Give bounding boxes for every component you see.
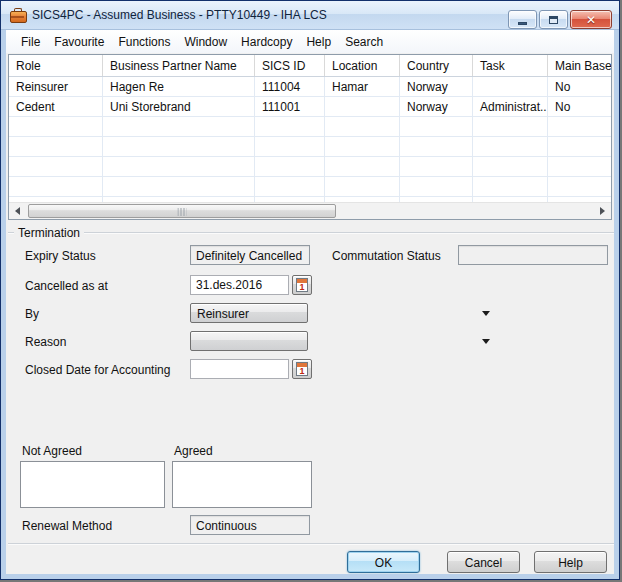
termination-group-label: Termination: [14, 226, 84, 240]
cell-name[interactable]: Hagen Re: [103, 77, 255, 96]
agreed-label: Agreed: [174, 444, 213, 458]
cell-country[interactable]: Norway: [400, 97, 473, 116]
closed-date-calendar-button[interactable]: 1: [292, 359, 312, 379]
maximize-icon: [549, 16, 558, 24]
menu-help[interactable]: Help: [299, 32, 338, 52]
close-button[interactable]: ✕: [570, 10, 612, 29]
col-header-business-partner-name[interactable]: Business Partner Name: [103, 55, 255, 76]
reason-dropdown[interactable]: [190, 331, 308, 351]
empty-row: [9, 137, 611, 157]
calendar-icon: 1: [296, 362, 308, 376]
scrollbar-grip-icon: [178, 208, 187, 216]
col-header-main-base[interactable]: Main Base: [548, 55, 611, 76]
agreed-listbox[interactable]: [172, 461, 312, 508]
closed-date-for-accounting-input[interactable]: [190, 359, 289, 379]
menu-search[interactable]: Search: [338, 32, 390, 52]
scrollbar-thumb[interactable]: [28, 204, 336, 218]
by-dropdown[interactable]: Reinsurer: [190, 303, 308, 323]
cancelled-as-at-calendar-button[interactable]: 1: [292, 275, 312, 295]
menu-functions[interactable]: Functions: [111, 32, 177, 52]
cell-task[interactable]: Administrat...: [473, 97, 548, 116]
renewal-method-field: Continuous: [190, 515, 310, 535]
cell-main-base[interactable]: No: [548, 97, 611, 116]
scroll-left-arrow-icon[interactable]: [9, 203, 26, 219]
cell-location[interactable]: Hamar: [325, 77, 400, 96]
commutation-status-label: Commutation Status: [332, 249, 441, 263]
menu-window[interactable]: Window: [177, 32, 234, 52]
chevron-down-icon: [482, 339, 490, 344]
ok-button[interactable]: OK: [347, 551, 420, 573]
partner-table: Role Business Partner Name SICS ID Locat…: [8, 54, 612, 220]
minimize-icon: [518, 22, 527, 25]
termination-group-border: [8, 232, 614, 233]
col-header-location[interactable]: Location: [325, 55, 400, 76]
briefcase-app-icon: [10, 8, 27, 23]
footer-separator: [8, 543, 614, 544]
expiry-status-label: Expiry Status: [25, 249, 96, 263]
maximize-button[interactable]: [539, 10, 568, 29]
scroll-right-arrow-icon[interactable]: [594, 203, 611, 219]
cell-sics-id[interactable]: 111001: [255, 97, 325, 116]
client-area: File Favourite Functions Window Hardcopy…: [6, 30, 614, 574]
col-header-country[interactable]: Country: [400, 55, 473, 76]
calendar-icon: 1: [296, 278, 308, 292]
cell-country[interactable]: Norway: [400, 77, 473, 96]
empty-row: [9, 117, 611, 137]
horizontal-scrollbar[interactable]: [9, 202, 611, 219]
cell-role[interactable]: Reinsurer: [9, 77, 103, 96]
cell-main-base[interactable]: No: [548, 77, 611, 96]
col-header-sics-id[interactable]: SICS ID: [255, 55, 325, 76]
reason-label: Reason: [25, 335, 66, 349]
cancelled-as-at-label: Cancelled as at: [25, 279, 108, 293]
not-agreed-label: Not Agreed: [22, 444, 82, 458]
table-row[interactable]: Reinsurer Hagen Re 111004 Hamar Norway N…: [9, 77, 611, 97]
col-header-role[interactable]: Role: [9, 55, 103, 76]
caption-buttons: ✕: [508, 10, 612, 29]
chevron-down-icon: [482, 311, 490, 316]
cell-task[interactable]: [473, 77, 548, 96]
table-header-row: Role Business Partner Name SICS ID Locat…: [9, 55, 611, 77]
close-icon: ✕: [586, 14, 596, 26]
expiry-status-field: Definitely Cancelled: [190, 245, 310, 265]
minimize-button[interactable]: [508, 10, 537, 29]
table-body: Reinsurer Hagen Re 111004 Hamar Norway N…: [9, 77, 611, 202]
closed-date-for-accounting-label: Closed Date for Accounting: [25, 363, 170, 377]
empty-row: [9, 157, 611, 177]
titlebar[interactable]: SICS4PC - Assumed Business - PTTY10449 -…: [1, 1, 619, 30]
menu-bar: File Favourite Functions Window Hardcopy…: [6, 30, 614, 53]
cell-role[interactable]: Cedent: [9, 97, 103, 116]
table-row[interactable]: Cedent Uni Storebrand 111001 Norway Admi…: [9, 97, 611, 117]
menu-hardcopy[interactable]: Hardcopy: [234, 32, 299, 52]
col-header-task[interactable]: Task: [473, 55, 548, 76]
help-button[interactable]: Help: [534, 551, 607, 573]
cancel-button[interactable]: Cancel: [447, 551, 520, 573]
cell-location[interactable]: [325, 97, 400, 116]
app-window: SICS4PC - Assumed Business - PTTY10449 -…: [0, 0, 620, 580]
cell-sics-id[interactable]: 111004: [255, 77, 325, 96]
menu-favourite[interactable]: Favourite: [47, 32, 111, 52]
renewal-method-label: Renewal Method: [22, 519, 112, 533]
empty-row: [9, 177, 611, 197]
window-title: SICS4PC - Assumed Business - PTTY10449 -…: [32, 8, 327, 22]
menu-file[interactable]: File: [14, 32, 47, 52]
not-agreed-listbox[interactable]: [20, 461, 165, 508]
cancelled-as-at-input[interactable]: [190, 275, 289, 295]
commutation-status-field: [458, 245, 608, 265]
by-label: By: [25, 307, 39, 321]
cell-name[interactable]: Uni Storebrand: [103, 97, 255, 116]
